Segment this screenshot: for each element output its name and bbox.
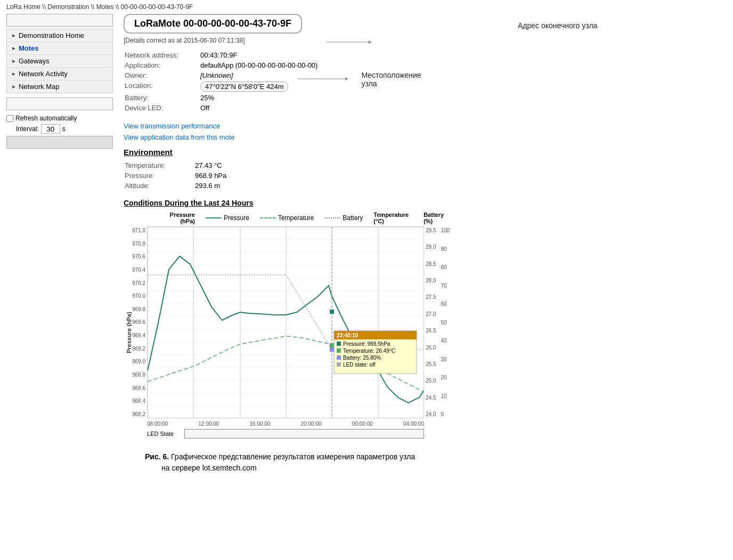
sidebar-nav: ► Demonstration Home ► Motes ► Gateways … (6, 29, 113, 93)
sidebar-search-bottom[interactable] (6, 98, 113, 110)
y-axis-left-label: Pressure (hPa) (124, 226, 132, 439)
svg-text:Temperature: 26.49°C: Temperature: 26.49°C (343, 348, 395, 354)
arrow-icon: ► (11, 33, 17, 38)
svg-rect-32 (337, 342, 341, 346)
pressure-marker (330, 310, 334, 314)
svg-rect-38 (337, 362, 341, 367)
chart-area: 23:40:10 Pressure: 969.5hPa Temperature:… (147, 226, 424, 439)
transmission-link[interactable]: View transmission performance (124, 122, 220, 130)
chart-body: Pressure (hPa) 971.0 970.8 970.6 970.4 9… (124, 226, 486, 439)
chart-outer: Pressure(hPa) Pressure Temperature Batte… (124, 212, 486, 439)
chart-svg: 23:40:10 Pressure: 969.5hPa Temperature:… (147, 226, 424, 418)
arrow-icon: ► (11, 45, 17, 51)
mote-title: LoRaMote 00-00-00-00-00-43-70-9F (124, 14, 302, 34)
table-row: Owner: [Unknown] (125, 71, 317, 80)
sidebar-item-network-map[interactable]: ► Network Map (7, 80, 112, 93)
led-state-label: LED State (147, 431, 184, 437)
sidebar-item-demonstration-home[interactable]: ► Demonstration Home (7, 29, 112, 42)
battery-line-icon (324, 217, 340, 218)
environment-title: Environment (124, 148, 727, 157)
table-row: Pressure: 968.9 hPa (125, 171, 226, 180)
info-table: Network address: 00:43:70:9F Application… (124, 50, 319, 113)
chart-legend: Pressure(hPa) Pressure Temperature Batte… (124, 212, 486, 224)
sidebar-search-top[interactable] (6, 14, 113, 27)
refresh-checkbox[interactable] (6, 115, 13, 122)
legend-pressure: Pressure (206, 214, 249, 222)
legend-right-labels: Temperature(°C) (373, 212, 409, 224)
led-state-bar (184, 429, 424, 439)
interval-row: Interval: s (16, 124, 113, 134)
chart-tooltip: 23:40:10 Pressure: 969.5hPa Temperature:… (334, 331, 417, 374)
breadcrumb: LoRa Home \\ Demonstration \\ Motes \\ 0… (0, 0, 733, 14)
legend-temperature: Temperature (260, 214, 314, 222)
svg-rect-34 (337, 348, 341, 353)
annotation-address: Адрес оконечного узла (518, 21, 597, 30)
svg-text:Battery: 25.80%: Battery: 25.80% (343, 355, 381, 361)
arrow-icon: ► (11, 58, 17, 64)
pressure-line-icon (206, 217, 222, 218)
svg-text:23:40:10: 23:40:10 (337, 332, 358, 338)
temperature-legend-text: Temperature (278, 214, 314, 222)
table-row: Battery: 25% (125, 93, 317, 102)
sidebar-action-button[interactable] (6, 136, 113, 149)
application-link[interactable]: View application data from this mote (124, 133, 235, 141)
main-content: LoRaMote 00-00-00-00-00-43-70-9F Адрес о… (124, 14, 727, 474)
svg-rect-36 (337, 355, 341, 360)
y-axis-left-ticks: 971.0 970.8 970.6 970.4 970.2 970.0 969.… (132, 226, 147, 418)
temperature-line-icon (260, 217, 276, 218)
table-row: Altitude: 293.6 m (125, 181, 226, 190)
temperature-marker (330, 343, 334, 347)
arrow-icon: ► (11, 71, 17, 77)
sidebar-item-gateways[interactable]: ► Gateways (7, 55, 112, 68)
table-row: Location: 47°0'22"N 6°58'0"E 424m (125, 81, 317, 92)
sidebar-item-network-activity[interactable]: ► Network Activity (7, 68, 112, 80)
legend-pressure-label: Pressure(hPa) (166, 212, 195, 224)
environment-table: Temperature: 27.43 °C Pressure: 968.9 hP… (124, 160, 227, 191)
table-row: Application: defaultApp (00-00-00-00-00-… (125, 61, 317, 70)
battery-marker (330, 347, 334, 352)
table-row: Temperature: 27.43 °C (125, 161, 226, 170)
table-row: Network address: 00:43:70:9F (125, 51, 317, 60)
led-state-row: LED State (147, 429, 424, 439)
arrow-icon: ► (11, 84, 17, 90)
chart-title: Conditions During the Last 24 Hours (124, 199, 727, 207)
battery-legend-text: Battery (343, 214, 363, 222)
title-section: LoRaMote 00-00-00-00-00-43-70-9F Адрес о… (124, 14, 727, 37)
legend-battery: Battery (324, 214, 363, 222)
svg-text:LED state: off: LED state: off (343, 362, 376, 368)
x-axis-labels: 08:00:00 12:00:00 16:00:00 20:00:00 00:0… (147, 421, 424, 427)
legend-battery-label: Battery(%) (423, 212, 444, 224)
y-axis-right-ticks: 29.5 29.0 28.5 28.0 27.5 27.0 26.5 26.0 … (424, 226, 436, 418)
info-section: Network address: 00:43:70:9F Application… (124, 50, 727, 119)
sidebar: ► Demonstration Home ► Motes ► Gateways … (6, 14, 113, 474)
pressure-legend-text: Pressure (224, 214, 249, 222)
svg-text:Pressure: 969.5hPa: Pressure: 969.5hPa (343, 341, 390, 347)
details-line: [Details correct as at 2015-06-30 07:11:… (124, 37, 727, 44)
caption: Рис. 6. Графическое представление резуль… (124, 451, 727, 474)
y-axis-right-group: 29.5 29.0 28.5 28.0 27.5 27.0 26.5 26.0 … (424, 226, 450, 439)
location-bubble: 47°0'22"N 6°58'0"E 424m (200, 82, 288, 92)
table-row: Device LED: Off (125, 103, 317, 112)
svg-marker-3 (345, 77, 348, 80)
interval-input[interactable] (41, 124, 60, 134)
caption-text: Графическое представление результатов из… (145, 452, 415, 472)
sidebar-item-motes[interactable]: ► Motes (7, 42, 112, 55)
application-link-row: View application data from this mote (124, 133, 727, 141)
annotation-location: Местоположениеузла (361, 71, 421, 88)
y-axis-left-group: Pressure (hPa) 971.0 970.8 970.6 970.4 9… (124, 226, 147, 439)
y-axis-battery-ticks: 100 90 80 70 60 50 40 30 20 10 0 (439, 226, 450, 418)
refresh-checkbox-row: Refresh automatically (6, 115, 113, 122)
transmission-link-row: View transmission performance (124, 122, 727, 130)
